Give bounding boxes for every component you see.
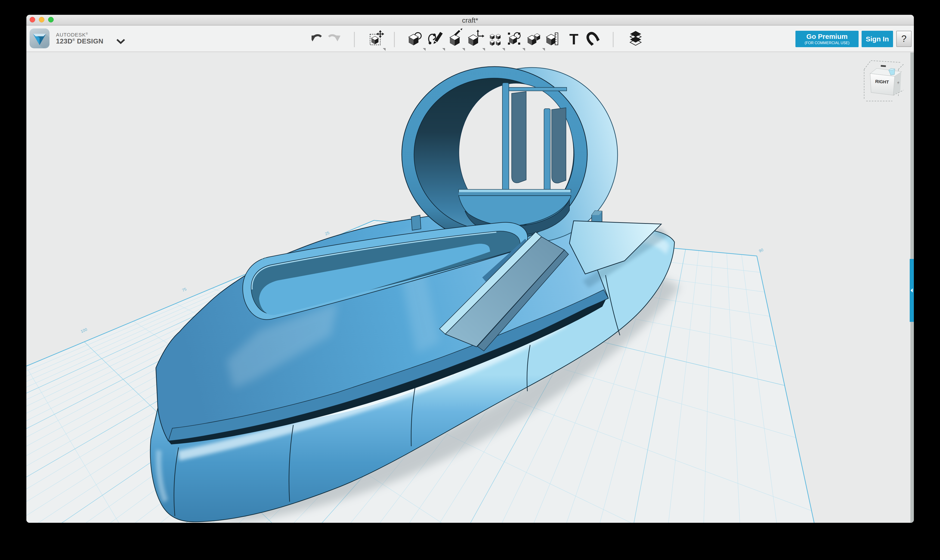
svg-text:90: 90: [758, 248, 764, 254]
svg-text:T: T: [569, 31, 578, 48]
svg-text:25: 25: [324, 231, 330, 236]
svg-text:75: 75: [181, 287, 187, 293]
svg-text:RIGHT: RIGHT: [875, 79, 889, 85]
svg-text:100: 100: [80, 327, 88, 334]
